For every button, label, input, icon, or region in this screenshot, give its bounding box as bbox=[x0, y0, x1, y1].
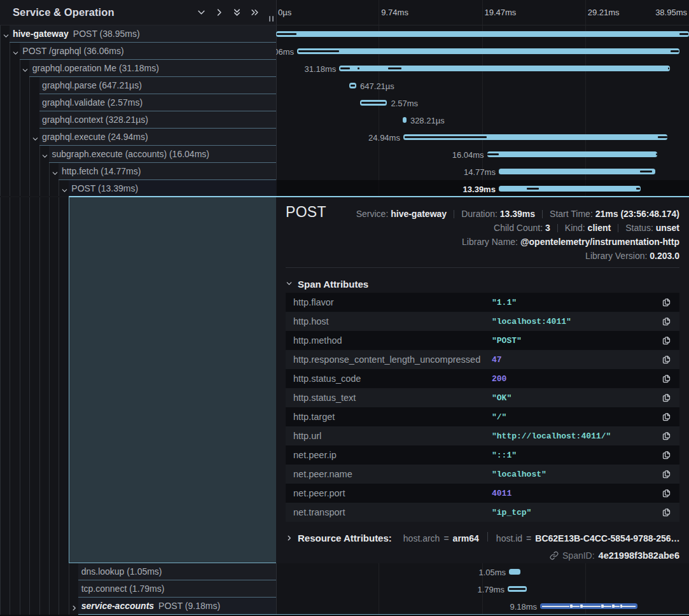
span-duration-label: 36.06ms bbox=[276, 47, 294, 57]
timeline-row-graphql-context[interactable]: 328.21µs bbox=[276, 111, 689, 129]
span-meta-line: Library Version: 0.203.0 bbox=[356, 249, 679, 263]
attribute-row-http-response-content-length-uncompressed: http.response_content_length_uncompresse… bbox=[286, 350, 679, 369]
chevron-down-icon[interactable] bbox=[3, 31, 10, 38]
timeline-row-graphql-validate[interactable]: 2.57ms bbox=[276, 94, 689, 111]
span-tree-row-graphql-context[interactable]: graphql.context (328.21µs) bbox=[0, 111, 276, 129]
timeline-row-service-accounts-post[interactable]: 9.18ms bbox=[276, 598, 689, 615]
ruler-tick-label: 29.21ms bbox=[588, 8, 620, 17]
attribute-row-net-peer-ip: net.peer.ip"::1" bbox=[286, 445, 679, 465]
chevron-down-icon[interactable] bbox=[197, 8, 206, 17]
copy-icon[interactable] bbox=[662, 451, 671, 460]
attribute-key: http.status_text bbox=[286, 393, 356, 403]
link-icon[interactable] bbox=[550, 551, 559, 560]
chevron-right-icon[interactable] bbox=[214, 8, 224, 17]
timeline-row-post[interactable]: 13.39ms bbox=[276, 180, 689, 197]
span-bar-subgraph-execute-accounts[interactable] bbox=[487, 151, 657, 158]
copy-icon[interactable] bbox=[662, 355, 671, 365]
span-bar-post-graphql[interactable] bbox=[297, 48, 679, 55]
span-bar-service-accounts-post[interactable] bbox=[540, 603, 637, 610]
service-name: hive-gateway bbox=[13, 29, 69, 39]
span-bar-dns-lookup[interactable] bbox=[509, 569, 520, 575]
self-time-segment bbox=[671, 50, 679, 52]
chevron-down-icon[interactable] bbox=[32, 134, 39, 141]
chevrons-down-icon[interactable] bbox=[232, 8, 242, 17]
ruler-tick-label: 19.47ms bbox=[485, 8, 517, 17]
indent-guides bbox=[0, 197, 69, 563]
span-bar-http-fetch[interactable] bbox=[499, 169, 655, 175]
span-tree-row-tcp-connect[interactable]: tcp.connect (1.79ms) bbox=[0, 580, 276, 598]
meta-label: Child Count: bbox=[494, 223, 545, 233]
chevron-down-icon[interactable] bbox=[52, 168, 59, 175]
timeline-row-graphql-operation-me[interactable]: 31.18ms bbox=[276, 60, 689, 77]
timeline-row-hive-gateway-post[interactable] bbox=[276, 25, 689, 43]
copy-icon[interactable] bbox=[662, 470, 671, 479]
chevron-right-icon[interactable] bbox=[71, 603, 78, 610]
span-detail-panel: POST Service: hive-gatewayDuration: 13.3… bbox=[276, 196, 689, 563]
timeline-row-tcp-connect[interactable]: 1.79ms bbox=[276, 580, 689, 598]
copy-icon[interactable] bbox=[662, 298, 671, 307]
span-bar-post[interactable] bbox=[499, 186, 641, 192]
self-time-segment bbox=[656, 153, 657, 155]
span-tree-row-graphql-execute[interactable]: graphql.execute (24.94ms) bbox=[0, 129, 276, 146]
span-tree-row-http-fetch[interactable]: http.fetch (14.77ms) bbox=[0, 163, 276, 180]
span-bar-graphql-execute[interactable] bbox=[403, 134, 668, 141]
span-bar-graphql-operation-me[interactable] bbox=[339, 66, 670, 72]
indent-guides bbox=[0, 580, 78, 598]
operation-name: graphql.context (328.21µs) bbox=[42, 115, 148, 125]
resource-attributes-row[interactable]: Resource Attributes: host.arch=arm64host… bbox=[286, 531, 679, 545]
meta-value: 13.39ms bbox=[500, 209, 535, 219]
chevron-down-icon[interactable] bbox=[12, 48, 19, 55]
copy-icon[interactable] bbox=[662, 489, 671, 498]
chevron-down-icon[interactable] bbox=[61, 185, 68, 192]
span-tree-row-service-accounts-post[interactable]: service-accountsPOST (9.18ms) bbox=[0, 598, 276, 615]
copy-icon[interactable] bbox=[662, 336, 671, 346]
attribute-key: net.peer.ip bbox=[286, 450, 337, 460]
chevron-down-icon[interactable] bbox=[41, 151, 48, 158]
span-bar-graphql-validate[interactable] bbox=[360, 100, 387, 106]
selected-span-highlight-box[interactable] bbox=[69, 196, 276, 563]
span-attributes-header[interactable]: Span Attributes bbox=[286, 278, 368, 290]
meta-label: Library Version: bbox=[585, 251, 650, 261]
span-tree-row-graphql-validate[interactable]: graphql.validate (2.57ms) bbox=[0, 94, 276, 111]
span-bar-hive-gateway-post[interactable] bbox=[276, 31, 689, 38]
self-time-segment bbox=[388, 67, 401, 69]
copy-icon[interactable] bbox=[662, 317, 671, 326]
detail-divider bbox=[286, 267, 679, 268]
copy-icon[interactable] bbox=[662, 431, 671, 441]
copy-icon[interactable] bbox=[662, 412, 671, 422]
chevron-right-icon bbox=[286, 535, 293, 542]
span-tree-header: Service & Operation bbox=[0, 0, 276, 25]
chevrons-right-icon[interactable] bbox=[250, 8, 260, 17]
timeline-row-dns-lookup[interactable]: 1.05ms bbox=[276, 563, 689, 580]
span-id-row: SpanID: 4e21998f3b82abe6 bbox=[550, 549, 679, 563]
chevron-down-icon[interactable] bbox=[22, 65, 29, 72]
indent-guides bbox=[0, 180, 69, 197]
span-tree-row-post[interactable]: POST (13.39ms) bbox=[0, 180, 276, 197]
copy-icon[interactable] bbox=[662, 508, 671, 517]
span-tree-row-graphql-operation-me[interactable]: graphql.operation Me (31.18ms) bbox=[0, 60, 276, 77]
span-row-label: graphql.operation Me (31.18ms) bbox=[29, 60, 276, 77]
copy-icon[interactable] bbox=[662, 393, 671, 403]
panel-resize-handle[interactable] bbox=[269, 16, 274, 22]
timeline-row-post-graphql[interactable]: 36.06ms bbox=[276, 43, 689, 60]
timeline-row-graphql-execute[interactable]: 24.94ms bbox=[276, 129, 689, 146]
indent-guides bbox=[0, 598, 78, 615]
span-bar-graphql-context[interactable] bbox=[403, 117, 406, 123]
child-marker-line bbox=[604, 606, 611, 607]
operation-name: POST (38.95ms) bbox=[73, 29, 140, 39]
span-bar-tcp-connect[interactable] bbox=[508, 586, 527, 592]
trace-viewer: Service & Operation hive-gatewayPOST (38… bbox=[0, 0, 689, 616]
attribute-key: http.method bbox=[286, 335, 342, 346]
timeline-row-subgraph-execute-accounts[interactable]: 16.04ms bbox=[276, 146, 689, 163]
span-tree-row-subgraph-execute-accounts[interactable]: subgraph.execute (accounts) (16.04ms) bbox=[0, 146, 276, 163]
span-tree-row-hive-gateway-post[interactable]: hive-gatewayPOST (38.95ms) bbox=[0, 25, 276, 43]
span-tree-row-graphql-parse[interactable]: graphql.parse (647.21µs) bbox=[0, 77, 276, 94]
attribute-row-http-url: http.url"http://localhost:4011/" bbox=[286, 426, 679, 445]
span-bar-graphql-parse[interactable] bbox=[349, 83, 356, 89]
timeline-row-graphql-parse[interactable]: 647.21µs bbox=[276, 77, 689, 94]
span-tree-row-dns-lookup[interactable]: dns.lookup (1.05ms) bbox=[0, 563, 276, 580]
copy-icon[interactable] bbox=[662, 374, 671, 384]
operation-name: POST (9.18ms) bbox=[158, 601, 220, 611]
timeline-row-http-fetch[interactable]: 14.77ms bbox=[276, 163, 689, 180]
span-tree-row-post-graphql[interactable]: POST /graphql (36.06ms) bbox=[0, 43, 276, 60]
